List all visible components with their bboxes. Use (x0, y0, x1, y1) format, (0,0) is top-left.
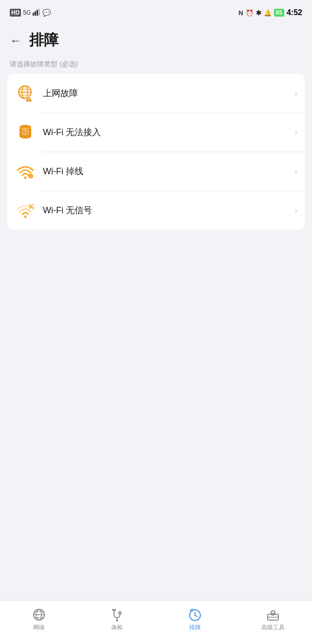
svg-line-37 (195, 615, 197, 617)
svg-rect-0 (33, 13, 34, 16)
mute-icon: 🔔 (264, 9, 272, 17)
svg-point-34 (114, 609, 116, 611)
nav-item-troubleshoot[interactable]: 排障 (156, 601, 234, 639)
list-item-internet[interactable]: ! 上网故障 › (7, 74, 305, 113)
item-label-wifi-nosignal: Wi-Fi 无信号 (43, 204, 294, 216)
svg-point-30 (119, 612, 121, 614)
globe-nav-icon (32, 608, 46, 622)
svg-point-21 (24, 177, 27, 179)
bluetooth-icon: ✻ (256, 9, 261, 17)
toolbox-nav-icon (266, 608, 280, 622)
status-bar: HD 5G 💬 N ⏰ ✻ 🔔 85 4:52 (0, 0, 312, 25)
status-right: N ⏰ ✻ 🔔 85 4:52 (238, 8, 302, 17)
nfc-icon: N (238, 9, 243, 17)
item-label-wifi-drop: Wi-Fi 掉线 (43, 165, 294, 177)
status-left: HD 5G 💬 (10, 9, 51, 17)
bottom-nav: 网络 体检 排障 (0, 600, 312, 644)
list-item-wifi-drop[interactable]: ↓ Wi-Fi 掉线 › (7, 152, 305, 191)
wifi-nosignal-icon (15, 200, 36, 221)
signal-bars-icon (33, 9, 40, 17)
nav-item-network[interactable]: 网络 (0, 601, 78, 639)
nav-label-troubleshoot: 排障 (189, 624, 201, 632)
wechat-icon: 💬 (42, 9, 51, 17)
clock-nav-icon (188, 608, 202, 622)
chevron-icon-wifi-drop: › (294, 166, 297, 177)
nav-label-health: 体检 (111, 624, 123, 632)
alarm-icon: ⏰ (246, 9, 254, 17)
barrel-warning-icon: ! (15, 121, 36, 143)
battery-indicator: 85 (274, 9, 284, 17)
fault-type-card: ! 上网故障 › ! Wi-Fi 无法接入 › (7, 74, 305, 230)
svg-rect-3 (39, 9, 40, 16)
svg-text:!: ! (24, 129, 26, 135)
header: ← 排障 (0, 25, 312, 58)
list-item-wifi-connect[interactable]: ! Wi-Fi 无法接入 › (7, 113, 305, 152)
status-time: 4:52 (287, 8, 302, 17)
wifi-drop-icon: ↓ (15, 161, 36, 182)
chevron-icon-wifi-connect: › (294, 127, 297, 138)
svg-point-24 (24, 216, 27, 218)
globe-warning-icon: ! (15, 82, 36, 104)
nav-item-tools[interactable]: 高级工具 (234, 601, 312, 639)
hd-badge: HD (10, 9, 21, 17)
list-item-wifi-nosignal[interactable]: Wi-Fi 无信号 › (7, 191, 305, 230)
nav-item-health[interactable]: 体检 (78, 601, 156, 639)
stethoscope-nav-icon (110, 608, 124, 622)
nav-label-network: 网络 (33, 624, 45, 632)
svg-text:!: ! (28, 97, 30, 102)
svg-rect-1 (35, 11, 36, 16)
back-button[interactable]: ← (8, 32, 23, 49)
chevron-icon-internet: › (294, 88, 297, 99)
svg-point-32 (116, 620, 118, 622)
page-title: 排障 (29, 30, 58, 50)
chevron-icon-wifi-nosignal: › (294, 205, 297, 216)
section-label: 请选择故障类型 (必选) (0, 58, 312, 74)
nav-label-tools: 高级工具 (261, 624, 285, 632)
item-label-wifi-connect: Wi-Fi 无法接入 (43, 126, 294, 138)
svg-text:↓: ↓ (30, 174, 32, 179)
svg-rect-2 (37, 10, 38, 16)
signal-5g: 5G (23, 9, 31, 16)
svg-point-33 (112, 609, 114, 611)
item-label-internet: 上网故障 (43, 87, 294, 99)
